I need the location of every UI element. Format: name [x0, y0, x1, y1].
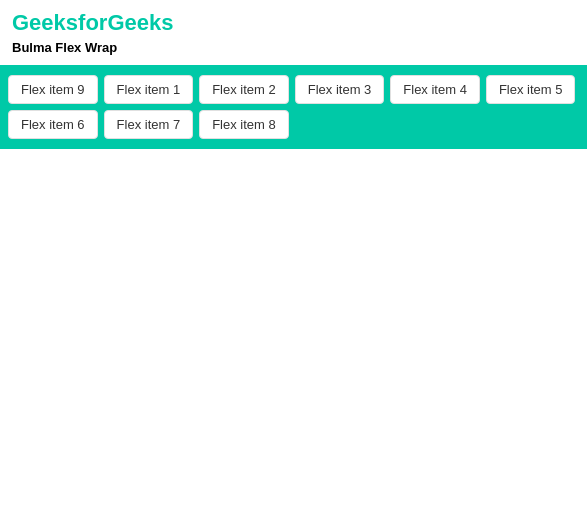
- flex-item: Flex item 9: [8, 75, 98, 104]
- flex-item: Flex item 6: [8, 110, 98, 139]
- flex-item: Flex item 5: [486, 75, 576, 104]
- flex-item: Flex item 3: [295, 75, 385, 104]
- flex-item: Flex item 1: [104, 75, 194, 104]
- flex-item: Flex item 2: [199, 75, 289, 104]
- flex-container: Flex item 9Flex item 1Flex item 2Flex it…: [0, 65, 587, 149]
- flex-item: Flex item 4: [390, 75, 480, 104]
- flex-item: Flex item 7: [104, 110, 194, 139]
- flex-item: Flex item 8: [199, 110, 289, 139]
- page-title: GeeksforGeeks: [0, 0, 587, 40]
- page-subtitle: Bulma Flex Wrap: [0, 40, 587, 65]
